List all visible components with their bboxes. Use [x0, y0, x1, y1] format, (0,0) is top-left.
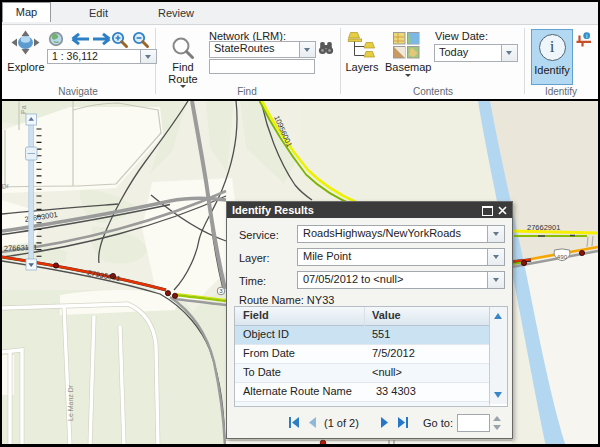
svg-text:Le Manz Dr: Le Manz Dr [67, 384, 74, 421]
svg-text:3: 3 [219, 287, 223, 294]
svg-text:490: 490 [557, 253, 568, 260]
svg-text:27662901: 27662901 [527, 223, 560, 232]
svg-text:Pa: Pa [20, 105, 27, 114]
